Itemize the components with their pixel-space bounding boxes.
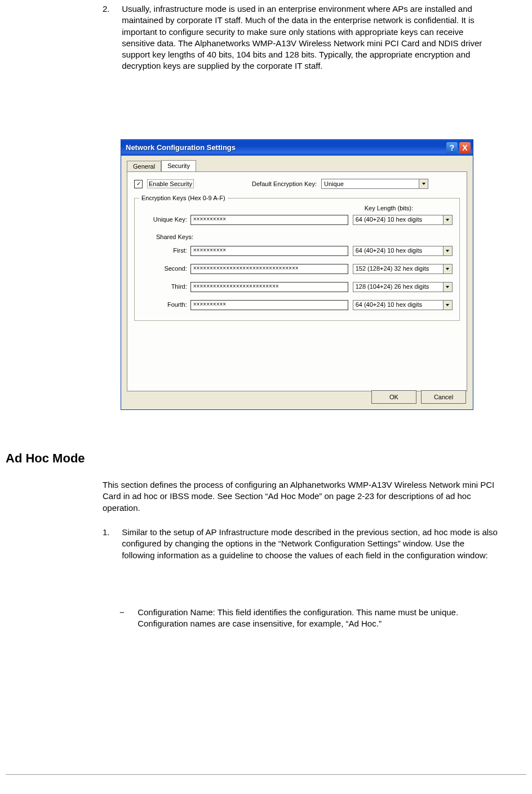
group-title: Encryption Keys (Hex 0-9 A-F) [139,194,228,202]
tab-security[interactable]: Security [161,160,196,171]
default-encryption-label: Default Encryption Key: [252,180,317,188]
ok-button[interactable]: OK [371,390,416,404]
list-item-1: 1. Similar to the setup of AP Infrastruc… [103,527,499,561]
title-bar[interactable]: Network Configuration Settings ? X [121,140,473,156]
third-key-row: Third: ×××××××××××××××××××××××××× 128 (1… [141,282,453,292]
security-panel: ✓ Enable Security Default Encryption Key… [127,171,467,391]
fourth-key-row: Fourth: ×××××××××× 64 (40+24) 10 hex dig… [141,300,453,310]
first-key-length-value: 64 (40+24) 10 hex digits [353,246,443,255]
help-button[interactable]: ? [446,142,458,153]
network-config-dialog: Network Configuration Settings ? X Gener… [121,139,473,410]
help-icon: ? [450,143,455,153]
chevron-down-icon [443,215,452,224]
chevron-down-icon [443,301,452,310]
list-body: Similar to the setup of AP Infrastructur… [122,527,498,561]
list-body: Usually, infrastructure mode is used in … [122,3,498,72]
window-title: Network Configuration Settings [126,143,236,153]
encryption-keys-group: Encryption Keys (Hex 0-9 A-F) Key Length… [134,198,460,321]
sublist-body: Configuration Name: This field identifie… [138,607,498,630]
fourth-key-input[interactable]: ×××××××××× [190,300,348,310]
heading-ad-hoc-mode: Ad Hoc Mode [6,450,85,467]
unique-key-length-combo[interactable]: 64 (40+24) 10 hex digits [353,215,453,225]
chevron-down-icon [443,246,452,255]
chevron-down-icon [419,179,428,188]
unique-key-input[interactable]: ×××××××××× [190,215,348,225]
default-encryption-value: Unique [322,179,419,189]
enable-security-checkbox[interactable]: ✓ [134,180,143,188]
unique-key-length-value: 64 (40+24) 10 hex digits [353,215,443,224]
enable-security-label: Enable Security [147,179,194,189]
cancel-button[interactable]: Cancel [421,390,466,404]
third-key-input[interactable]: ×××××××××××××××××××××××××× [190,282,348,292]
first-key-row: First: ×××××××××× 64 (40+24) 10 hex digi… [141,246,453,256]
chevron-down-icon [443,283,452,292]
unique-key-row: Unique Key: ×××××××××× 64 (40+24) 10 hex… [141,215,453,225]
tab-general[interactable]: General [127,161,161,172]
second-key-length-combo[interactable]: 152 (128+24) 32 hex digits [353,264,453,274]
sublist-item: − Configuration Name: This field identif… [119,607,499,630]
fourth-key-length-combo[interactable]: 64 (40+24) 10 hex digits [353,300,453,310]
fourth-key-length-value: 64 (40+24) 10 hex digits [353,300,443,310]
adhoc-intro-paragraph: This section defines the process of conf… [103,479,499,514]
second-key-label: Second: [141,264,190,273]
tabstrip: General Security [127,160,467,171]
second-key-input[interactable]: ×××××××××××××××××××××××××××××××× [190,264,348,274]
close-button[interactable]: X [459,142,471,153]
key-length-header: Key Length (bits): [141,204,413,213]
sublist-dash: − [119,607,135,618]
first-key-label: First: [141,246,190,255]
third-key-label: Third: [141,283,190,291]
unique-key-label: Unique Key: [141,215,190,224]
first-key-length-combo[interactable]: 64 (40+24) 10 hex digits [353,246,453,256]
third-key-length-combo[interactable]: 128 (104+24) 26 hex digits [353,282,453,292]
list-number: 1. [103,527,119,538]
footer-rule [6,774,526,775]
third-key-length-value: 128 (104+24) 26 hex digits [353,282,443,292]
list-item-2: 2. Usually, infrastructure mode is used … [103,3,499,72]
default-encryption-combo[interactable]: Unique [321,179,428,189]
fourth-key-label: Fourth: [141,301,190,309]
second-key-row: Second: ××××××××××××××××××××××××××××××××… [141,264,453,274]
close-icon: X [462,143,467,153]
second-key-length-value: 152 (128+24) 32 hex digits [353,264,443,274]
chevron-down-icon [443,264,452,274]
list-number: 2. [103,3,119,15]
shared-keys-label: Shared Keys: [156,233,453,241]
first-key-input[interactable]: ×××××××××× [190,246,348,256]
